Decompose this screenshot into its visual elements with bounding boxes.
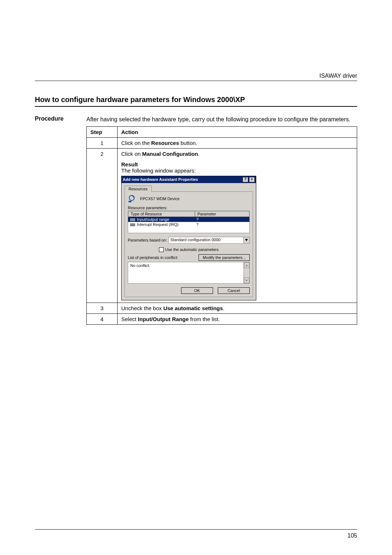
- row-param: ?: [194, 222, 249, 227]
- step-action: Uncheck the box Use automatic settings.: [118, 303, 357, 314]
- auto-params-checkbox[interactable]: [159, 247, 164, 252]
- row-type-text: Input/output range: [137, 217, 169, 222]
- svg-rect-1: [128, 201, 131, 202]
- list-header-type: Type of Resource: [128, 211, 195, 217]
- procedure-block: Procedure After having selected the hard…: [35, 116, 357, 325]
- tab-body: FPCX57 WDM Device Resource parameters: T…: [124, 191, 253, 297]
- text-suffix: from the list.: [189, 316, 220, 322]
- text-suffix: .: [198, 151, 200, 157]
- dialog-button-row: OK Cancel: [128, 287, 250, 294]
- step-action: Click on the Resources button.: [118, 137, 357, 148]
- chevron-down-icon[interactable]: [243, 237, 249, 243]
- resource-listbox[interactable]: Type of Resource Parameter Input/output …: [128, 211, 250, 233]
- text-bold: Manual Configuration: [142, 151, 198, 157]
- scroll-up-icon[interactable]: [244, 262, 249, 268]
- params-based-on-row: Parameters based on: Standard configurat…: [128, 237, 250, 244]
- table-row: 3 Uncheck the box Use automatic settings…: [87, 303, 357, 314]
- row-type: Input/output range: [128, 217, 194, 222]
- row-param: ?: [194, 217, 249, 222]
- device-name: FPCX57 WDM Device: [140, 197, 180, 201]
- step-action: Click on Manual Configuration. Result Th…: [118, 148, 357, 303]
- procedure-content: After having selected the hardware type,…: [86, 116, 357, 325]
- modify-parameters-button[interactable]: Modify the parameters...: [199, 254, 250, 261]
- result-label: Result: [121, 161, 353, 167]
- list-header: Type of Resource Parameter: [128, 211, 249, 217]
- cancel-button[interactable]: Cancel: [218, 287, 250, 294]
- conflict-listbox: No conflict.: [128, 262, 250, 284]
- io-range-icon: [130, 218, 135, 221]
- text-bold: Resources: [151, 140, 179, 146]
- device-icon: [128, 195, 136, 203]
- close-button[interactable]: ×: [249, 177, 255, 182]
- result-text: The following window appears:: [121, 167, 353, 174]
- text-prefix: Select: [121, 316, 138, 322]
- col-step-header: Step: [87, 126, 118, 137]
- step2-line1: Click on Manual Configuration.: [121, 151, 353, 157]
- list-header-param: Parameter: [195, 211, 249, 217]
- dialog-title: Add new hardware Assistant Properties: [123, 177, 198, 182]
- resource-params-label: Resource parameters:: [128, 206, 250, 210]
- section-divider: [35, 106, 357, 107]
- list-row-irq[interactable]: Interrupt Request (IRQ) ?: [128, 222, 249, 227]
- text-bold: Use automatic settings: [163, 305, 223, 311]
- conflict-text: No conflict.: [128, 262, 244, 283]
- combo-value: Standard configuration 0000: [169, 237, 243, 243]
- auto-params-label: Use the automatic parameters: [165, 247, 219, 252]
- table-row: 2 Click on Manual Configuration. Result …: [87, 148, 357, 303]
- conflict-label: List of peripherals in conflict:: [128, 255, 178, 260]
- row-type-text: Interrupt Request (IRQ): [137, 222, 179, 227]
- text-prefix: Click on the: [121, 140, 151, 146]
- table-row: 4 Select Input/Output Range from the lis…: [87, 314, 357, 325]
- tab-resources[interactable]: Resources: [124, 186, 152, 192]
- scrollbar[interactable]: [244, 262, 249, 283]
- text-suffix: button.: [179, 140, 197, 146]
- table-row: 1 Click on the Resources button.: [87, 137, 357, 148]
- help-button[interactable]: ?: [242, 177, 248, 182]
- params-based-combo[interactable]: Standard configuration 0000: [168, 237, 250, 244]
- procedure-intro: After having selected the hardware type,…: [86, 116, 357, 123]
- conflict-header-row: List of peripherals in conflict: Modify …: [128, 254, 250, 261]
- page: ISAWAY driver How to configure hardware …: [0, 0, 392, 555]
- step-number: 3: [87, 303, 118, 314]
- irq-icon: [130, 223, 135, 226]
- properties-dialog: Add new hardware Assistant Properties ? …: [121, 176, 256, 301]
- params-based-label: Parameters based on:: [128, 238, 167, 242]
- list-row-io-range[interactable]: Input/output range ?: [128, 217, 249, 222]
- section-title: How to configure hardware parameters for…: [35, 96, 357, 104]
- text-prefix: Click on: [121, 151, 142, 157]
- col-action-header: Action: [118, 126, 357, 137]
- text-prefix: Uncheck the box: [121, 305, 163, 311]
- spacer: [121, 157, 353, 161]
- header-right-text: ISAWAY driver: [35, 73, 357, 79]
- page-header: ISAWAY driver: [35, 73, 357, 81]
- procedure-table: Step Action 1 Click on the Resources but…: [86, 126, 357, 325]
- step-number: 1: [87, 137, 118, 148]
- tab-strip: Resources: [122, 183, 256, 191]
- device-row: FPCX57 WDM Device: [128, 195, 250, 203]
- row-type: Interrupt Request (IRQ): [128, 222, 194, 227]
- step-number: 2: [87, 148, 118, 303]
- dialog-titlebar[interactable]: Add new hardware Assistant Properties ? …: [122, 176, 256, 183]
- text-suffix: .: [223, 305, 224, 311]
- auto-params-row: Use the automatic parameters: [128, 247, 250, 252]
- footer-divider: [35, 529, 357, 530]
- step-action: Select Input/Output Range from the list.: [118, 314, 357, 325]
- procedure-label: Procedure: [35, 116, 82, 325]
- table-header-row: Step Action: [87, 126, 357, 137]
- page-number: 105: [347, 532, 357, 539]
- scroll-down-icon[interactable]: [244, 278, 249, 283]
- ok-button[interactable]: OK: [181, 287, 213, 294]
- step-number: 4: [87, 314, 118, 325]
- text-bold: Input/Output Range: [138, 316, 189, 322]
